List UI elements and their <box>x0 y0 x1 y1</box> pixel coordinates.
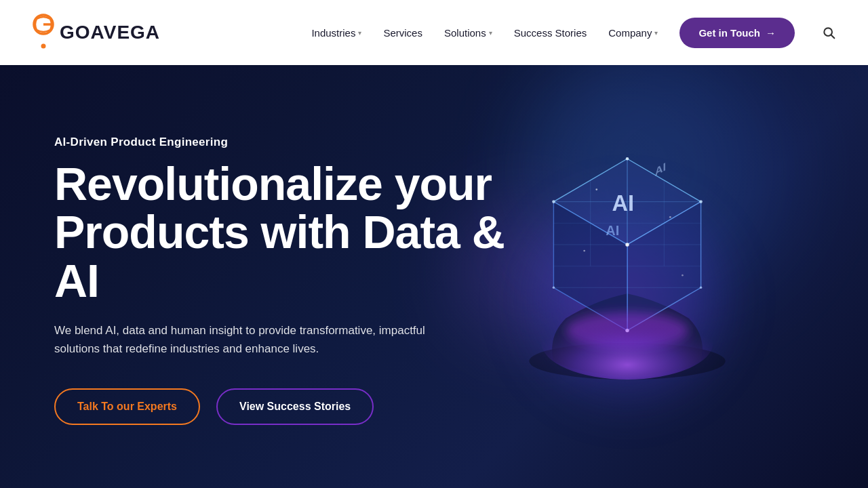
svg-point-34 <box>669 216 671 218</box>
svg-text:AI: AI <box>612 191 634 216</box>
nav-item-solutions[interactable]: Solutions ▾ <box>444 27 492 39</box>
svg-line-5 <box>831 35 835 39</box>
search-icon <box>822 26 835 39</box>
logo[interactable]: GOAVEGA <box>27 12 160 53</box>
hero-title: Revolutionalize your Products with Data … <box>54 160 505 305</box>
svg-point-32 <box>625 329 629 332</box>
hero-section: AI AI AI <box>0 0 868 488</box>
svg-point-36 <box>682 274 684 277</box>
nav-item-company[interactable]: Company ▾ <box>608 27 658 39</box>
chevron-down-icon: ▾ <box>489 29 492 37</box>
main-nav: Industries ▾ Services Solutions ▾ Succes… <box>311 18 841 48</box>
ai-cube-illustration: AI AI AI <box>498 122 756 380</box>
svg-point-27 <box>699 200 703 203</box>
svg-point-26 <box>625 243 629 246</box>
svg-point-3 <box>41 44 46 49</box>
chevron-down-icon: ▾ <box>358 29 361 37</box>
svg-point-33 <box>595 188 597 190</box>
nav-item-industries[interactable]: Industries ▾ <box>311 27 361 39</box>
talk-to-experts-button[interactable]: Talk To our Experts <box>54 388 200 425</box>
svg-text:AI: AI <box>606 223 619 238</box>
svg-point-29 <box>553 286 555 289</box>
svg-point-31 <box>626 157 629 161</box>
hero-cta-group: Talk To our Experts View Success Stories <box>54 388 505 425</box>
logo-icon <box>27 12 60 53</box>
view-success-stories-button[interactable]: View Success Stories <box>216 388 374 425</box>
svg-text:AI: AI <box>655 160 666 179</box>
svg-point-25 <box>541 306 713 380</box>
hero-content: AI-Driven Product Engineering Revolution… <box>54 136 505 425</box>
svg-point-28 <box>552 200 555 203</box>
svg-point-35 <box>583 250 585 252</box>
nav-item-services[interactable]: Services <box>383 27 422 39</box>
get-in-touch-button[interactable]: Get in Touch → <box>679 18 795 48</box>
hero-eyebrow: AI-Driven Product Engineering <box>54 136 505 149</box>
logo-text: GOAVEGA <box>60 23 160 42</box>
svg-point-30 <box>700 286 703 289</box>
arrow-icon: → <box>766 27 776 39</box>
chevron-down-icon: ▾ <box>654 29 658 37</box>
header: GOAVEGA Industries ▾ Services Solutions … <box>0 0 868 65</box>
nav-item-success-stories[interactable]: Success Stories <box>514 27 587 39</box>
search-button[interactable] <box>816 20 841 45</box>
hero-description: We blend AI, data and human insight to p… <box>54 321 448 358</box>
